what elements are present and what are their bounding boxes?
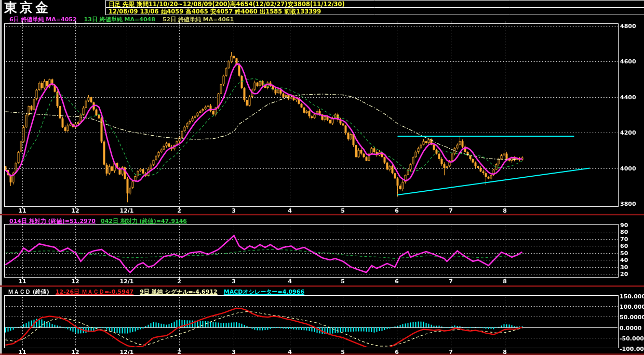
symbol-title: 東京金 — [4, 1, 51, 15]
price-axis-tick: 4200 — [620, 129, 636, 136]
macd-legend-item-3[interactable]: MACDオシレーター=4.0966 — [224, 288, 304, 296]
price-month-label: 6 — [388, 207, 406, 214]
macd-axis-tick: -50.0000 — [620, 335, 644, 342]
rsi-month-label: 6 — [388, 278, 406, 285]
rsi-axis-tick: 40 — [620, 257, 628, 264]
quote-ohlc-info: 12/08/09 13/06 始4059 高4065 安4057 終4060 出… — [109, 8, 321, 15]
rsi-axis-tick: 30 — [620, 264, 628, 271]
price-axis-tick: 4000 — [620, 165, 636, 172]
price-axis-tick: 4400 — [620, 94, 636, 101]
macd-axis-tick: 100.0000 — [620, 304, 644, 310]
price-month-label: 4 — [281, 207, 299, 214]
price-month-label: 11 — [14, 207, 31, 214]
ma-legend-item-0[interactable]: 6日 終値単純 MA=4052 — [9, 16, 77, 23]
price-month-label: 12/1 — [118, 207, 136, 214]
rsi-axis-tick: 90 — [620, 222, 628, 229]
ma-legend-item-1[interactable]: 13日 終値単純 MA=4048 — [84, 16, 155, 23]
rsi-axis-tick: 80 — [620, 229, 628, 235]
rsi-month-label: 7 — [442, 278, 460, 285]
macd-month-label: 12/1 — [118, 349, 136, 355]
rsi-month-label: 12/1 — [118, 278, 136, 285]
macd-axis-tick: 50.0000 — [620, 314, 644, 321]
rsi-month-label: 4 — [281, 278, 299, 285]
rsi-month-label: 3 — [225, 278, 243, 285]
rsi-axis-tick: 20 — [620, 271, 628, 278]
macd-month-label: 8 — [496, 349, 514, 355]
price-axis-tick: 4600 — [620, 58, 636, 65]
rsi-month-label: 5 — [334, 278, 352, 285]
price-axis-tick: 3800 — [620, 201, 636, 207]
price-month-label: 7 — [442, 207, 460, 214]
macd-month-label: 7 — [442, 349, 460, 355]
ma-legend-item-2[interactable]: 52日 終値単純 MA=4061 — [163, 16, 234, 23]
price-month-label: 8 — [496, 207, 514, 214]
macd-legend-item-0: ＭＡＣＤ (終値) — [8, 288, 49, 296]
macd-month-label: 12 — [66, 349, 84, 355]
rsi-axis-tick: 50 — [620, 250, 628, 257]
macd-month-label: 5 — [334, 349, 352, 355]
macd-legend-item-1[interactable]: 12-26日 ＭＡＣＤ=-0.5947 — [56, 288, 133, 296]
macd-legend: ＭＡＣＤ (終値)12-26日 ＭＡＣＤ=-0.59479日 単純 シグナル=-… — [8, 288, 304, 296]
rsi-legend: 014日 相対力 (終値)=51.2970042日 相対力 (終値)=47.91… — [9, 217, 187, 225]
contract-period-info: 日足 先限 期間11/10/20~12/08/09(200)高4654(12/0… — [109, 1, 345, 7]
rsi-month-label: 12 — [66, 278, 84, 285]
macd-month-label: 2 — [170, 349, 188, 355]
charts-canvas — [0, 0, 644, 355]
rsi-month-label: 2 — [170, 278, 188, 285]
rsi-month-label: 11 — [14, 278, 31, 285]
rsi-legend-item-1[interactable]: 042日 相対力 (終値)=47.9146 — [101, 217, 187, 225]
price-month-label: 2 — [170, 207, 188, 214]
ma-legend: 6日 終値単純 MA=405213日 終値単純 MA=404852日 終値単純 … — [9, 16, 234, 23]
rsi-legend-item-0[interactable]: 014日 相対力 (終値)=51.2970 — [9, 217, 96, 225]
macd-axis-tick: -100.000 — [620, 346, 644, 352]
macd-legend-item-2[interactable]: 9日 単純 シグナル=-4.6912 — [140, 288, 218, 296]
macd-month-label: 4 — [281, 349, 299, 355]
price-month-label: 12 — [66, 207, 84, 214]
price-month-label: 3 — [225, 207, 243, 214]
macd-month-label: 3 — [225, 349, 243, 355]
price-month-label: 5 — [334, 207, 352, 214]
macd-month-label: 6 — [388, 349, 406, 355]
price-axis-tick: 4800 — [620, 23, 636, 30]
chart-terminal-window: 東京金 日足 先限 期間11/10/20~12/08/09(200)高4654(… — [0, 0, 644, 355]
macd-month-label: 11 — [14, 349, 31, 355]
rsi-axis-tick: 70 — [620, 236, 628, 243]
macd-axis-tick: 150.0000 — [620, 293, 644, 300]
rsi-month-label: 8 — [496, 278, 514, 285]
macd-axis-tick: 0.0000 — [620, 325, 641, 332]
rsi-axis-tick: 60 — [620, 243, 628, 249]
